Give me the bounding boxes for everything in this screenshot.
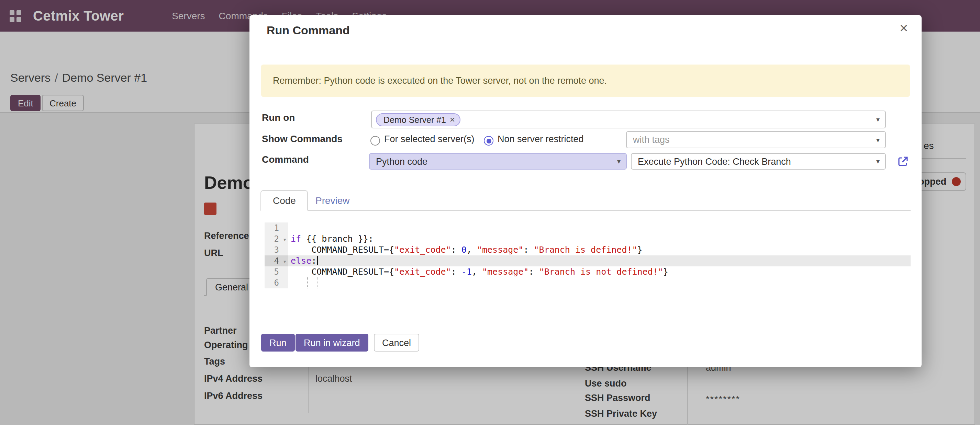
- chevron-down-icon: ▾: [876, 136, 880, 143]
- code-line[interactable]: 5 COMMAND_RESULT={"exit_code": -1, "mess…: [264, 266, 911, 278]
- with-tags-placeholder: with tags: [633, 135, 670, 145]
- radio-for-selected-servers-label[interactable]: For selected server(s): [384, 134, 474, 144]
- external-link-icon[interactable]: [897, 155, 909, 168]
- code-line[interactable]: 3 COMMAND_RESULT={"exit_code": 0, "messa…: [264, 244, 911, 255]
- gutter-cell: 6: [264, 278, 288, 289]
- gutter-cell: 5: [264, 266, 288, 278]
- command-type-value: Python code: [376, 156, 428, 167]
- run-command-modal: Run Command × Remember: Python code is e…: [250, 15, 921, 367]
- run-button[interactable]: Run: [261, 334, 295, 352]
- chevron-down-icon: ▾: [617, 158, 620, 165]
- gutter-cell: 4▾: [264, 255, 288, 266]
- gutter-cell: 1: [264, 222, 288, 233]
- chevron-down-icon: ▾: [876, 158, 880, 165]
- command-label: Command: [262, 154, 309, 165]
- radio-for-selected-servers[interactable]: [371, 136, 380, 146]
- gutter-cell: 3: [264, 244, 288, 255]
- code-editor[interactable]: 12▾if {{ branch }}:3 COMMAND_RESULT={"ex…: [264, 222, 911, 289]
- warning-banner: Remember: Python code is executed on the…: [261, 65, 910, 97]
- remove-tag-icon[interactable]: ✕: [449, 116, 455, 124]
- close-icon[interactable]: ×: [900, 21, 908, 35]
- run-in-wizard-button[interactable]: Run in wizard: [296, 334, 368, 352]
- radio-non-server-restricted-label[interactable]: Non server restricted: [498, 134, 584, 144]
- fold-icon[interactable]: ▾: [283, 234, 286, 245]
- tab-bar-line: [261, 210, 911, 211]
- run-on-select[interactable]: Demo Server #1 ✕ ▾: [371, 111, 886, 128]
- command-value: Execute Python Code: Check Branch: [638, 156, 791, 167]
- code-line[interactable]: 6: [264, 278, 911, 289]
- radio-non-server-restricted[interactable]: [484, 136, 493, 146]
- run-on-label: Run on: [262, 112, 295, 123]
- gutter-cell: 2▾: [264, 233, 288, 244]
- with-tags-select[interactable]: with tags ▾: [626, 131, 886, 148]
- code-line[interactable]: 4▾else:: [264, 255, 911, 266]
- command-type-select[interactable]: Python code ▾: [369, 153, 627, 170]
- indent-guide: [307, 278, 308, 289]
- screen: Cetmix Tower Servers Commands Files Tool…: [0, 0, 980, 425]
- modal-title: Run Command: [267, 24, 350, 38]
- warning-text: Remember: Python code is executed on the…: [273, 76, 607, 86]
- server-tag: Demo Server #1 ✕: [376, 113, 461, 126]
- code-line[interactable]: 1: [264, 222, 911, 233]
- chevron-down-icon: ▾: [876, 116, 880, 123]
- indent-guide: [317, 278, 318, 289]
- tab-code[interactable]: Code: [261, 190, 308, 211]
- show-commands-label: Show Commands: [262, 133, 343, 144]
- code-line[interactable]: 2▾if {{ branch }}:: [264, 233, 911, 244]
- text-cursor: [317, 256, 318, 265]
- tab-preview[interactable]: Preview: [304, 190, 361, 211]
- command-select[interactable]: Execute Python Code: Check Branch ▾: [631, 153, 886, 170]
- server-tag-label: Demo Server #1: [383, 115, 446, 125]
- cancel-button[interactable]: Cancel: [374, 334, 419, 352]
- fold-icon[interactable]: ▾: [283, 256, 286, 267]
